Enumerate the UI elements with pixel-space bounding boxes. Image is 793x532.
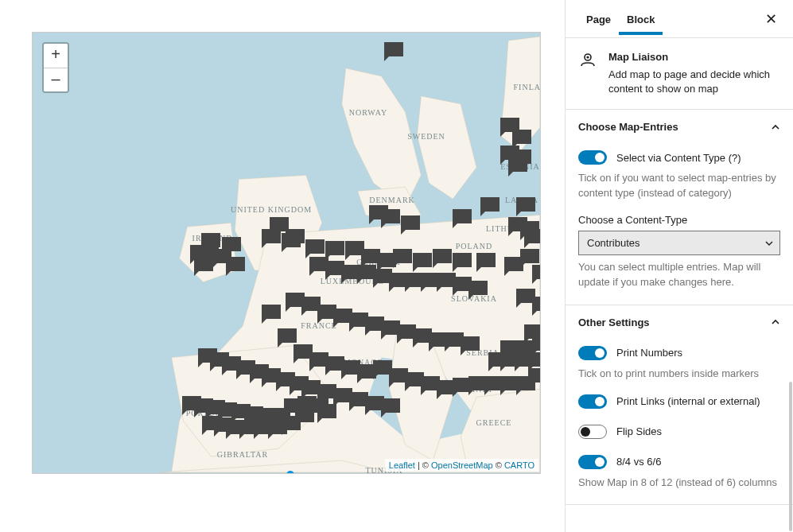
toggle-label: Print Numbers [616,347,682,359]
tab-block[interactable]: Block [619,2,663,35]
panel-other-settings-header[interactable]: Other Settings [566,305,793,340]
map-marker[interactable] [453,209,472,223]
map-marker[interactable] [453,253,472,267]
map-marker[interactable] [345,241,364,255]
panel-map-entries: Choose Map-Entries Select via Content Ty… [566,110,793,305]
close-icon[interactable]: ✕ [762,7,780,31]
block-header: Map Liaison Add map to page and decide w… [566,38,793,110]
panel-other-settings: Other Settings Print Numbers Tick on to … [566,305,793,506]
toggle-select-via-content-type[interactable] [578,150,607,165]
toggle-print-links[interactable] [578,394,607,409]
toggle-flip-sides[interactable] [578,425,607,439]
map-marker[interactable] [384,42,403,56]
carto-link[interactable]: CARTO [504,460,534,470]
help-text: Show Map in 8 of 12 (instead of 6) colum… [578,476,780,491]
help-text: You can select multiple entries. Map wil… [578,260,780,290]
panel-map-entries-header[interactable]: Choose Map-Entries [566,110,793,144]
map-marker[interactable] [282,233,301,247]
map-marker[interactable] [317,404,336,418]
panel-title: Other Settings [578,316,650,328]
toggle-label: Flip Sides [616,425,662,437]
map-marker[interactable] [461,336,480,351]
map-marker[interactable] [278,328,297,343]
toggle-label: Print Links (internal or external) [616,395,760,407]
map-marker[interactable] [504,257,523,271]
map-marker[interactable] [305,239,325,254]
map-marker[interactable] [262,305,281,319]
map-marker[interactable] [369,205,388,219]
map-marker[interactable] [524,229,541,243]
map-marker[interactable] [194,257,213,271]
map-marker[interactable] [508,157,527,172]
zoom-in-button[interactable]: + [44,44,68,68]
map-marker[interactable] [401,216,420,230]
block-description: Add map to page and decide which content… [608,68,780,96]
tab-page[interactable]: Page [578,2,619,35]
map-attribution: Leaflet | © OpenStreetMap © CARTO [385,459,538,472]
help-text: Tick on to print numbers inside markers [578,367,780,382]
location-dot [286,471,294,474]
map-marker[interactable] [295,408,314,422]
zoom-out-button[interactable]: – [44,68,68,91]
map-marker[interactable] [262,229,281,243]
map-marker[interactable] [413,253,432,267]
content-type-select[interactable]: Contributes [578,231,780,255]
map-marker[interactable] [433,249,452,263]
osm-link[interactable]: OpenStreetMap [431,460,493,470]
toggle-label: Select via Content Type (?) [616,152,741,164]
map-marker[interactable] [468,281,488,295]
map-pane: + – Leaflet | © OpenStreetMap © CARTO FI… [0,0,565,532]
map-marker[interactable] [480,197,500,212]
map-marker[interactable] [325,241,344,255]
map-marker[interactable] [516,197,535,212]
map-marker[interactable] [532,297,541,311]
block-inspector-sidebar: Page Block ✕ Map Liaison Add map to page… [565,0,793,532]
map-marker[interactable] [532,336,541,351]
chevron-up-icon [771,317,780,327]
toggle-label: 8/4 vs 6/6 [616,456,661,468]
map-canvas[interactable]: + – Leaflet | © OpenStreetMap © CARTO FI… [32,32,541,474]
toggle-print-numbers[interactable] [578,346,607,360]
content-type-label: Choose a Content-Type [578,214,780,226]
help-text: Tick on if you want to select map-entrie… [578,171,780,201]
chevron-up-icon [771,122,780,132]
map-marker[interactable] [512,130,531,144]
map-pin-icon [578,51,597,96]
block-title: Map Liaison [608,51,780,63]
zoom-controls: + – [42,42,69,93]
map-marker[interactable] [532,265,541,279]
leaflet-link[interactable]: Leaflet [389,460,415,470]
map-marker[interactable] [381,398,400,413]
attr-sep: © [493,460,504,470]
map-marker[interactable] [476,253,496,267]
scrollbar-thumb[interactable] [789,382,792,531]
inspector-tabs: Page Block ✕ [566,0,793,38]
map-marker[interactable] [226,257,245,271]
svg-point-2 [586,56,589,58]
panel-title: Choose Map-Entries [578,121,678,133]
toggle-8-4-vs-6-6[interactable] [578,455,607,469]
attr-sep: | © [415,460,431,470]
